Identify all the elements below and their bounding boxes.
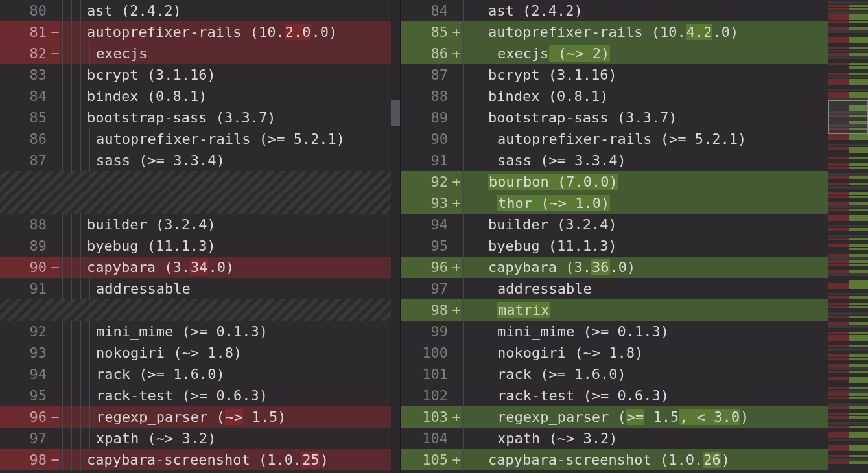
indent-guide	[69, 385, 78, 406]
code-text: byebug (11.1.3)	[488, 235, 828, 257]
diff-line[interactable]: 87sass (>= 3.3.4)	[0, 150, 400, 171]
indent-guide	[87, 321, 96, 342]
diff-line[interactable]: 84ast (2.4.2)	[401, 0, 828, 21]
diff-line[interactable]: 96−regexp_parser (~> 1.5)	[0, 406, 400, 428]
line-number: 99	[401, 321, 452, 342]
diff-line[interactable]: 101rack (>= 1.6.0)	[401, 363, 828, 385]
diff-line[interactable]: 88builder (3.2.4)	[0, 214, 400, 235]
diff-line[interactable]: 93nokogiri (~> 1.8)	[0, 342, 400, 363]
diff-line[interactable]: 92+bourbon (7.0.0)	[401, 171, 828, 192]
line-number: 98	[0, 449, 51, 470]
diff-line[interactable]: 100nokogiri (~> 1.8)	[401, 342, 828, 363]
indent-guide	[60, 235, 69, 257]
diff-line[interactable]: 87bcrypt (3.1.16)	[401, 64, 828, 86]
minimap-row	[828, 251, 868, 253]
indent-guide	[461, 43, 470, 64]
indent-guide	[69, 278, 78, 299]
indent-guide	[69, 86, 78, 107]
line-number: 96	[0, 406, 51, 428]
indent-guide	[479, 21, 488, 43]
plus-icon: +	[452, 449, 461, 470]
minimap-row	[828, 299, 868, 302]
line-number: 85	[0, 107, 51, 128]
minimap-row	[828, 429, 868, 432]
indent-guide	[479, 299, 488, 321]
diff-line[interactable]: 92mini_mime (>= 0.1.3)	[0, 321, 400, 342]
code-text: autoprefixer-rails (>= 5.2.1)	[497, 128, 828, 150]
diff-line[interactable]: 93+thor (~> 1.0)	[401, 192, 828, 214]
minimap-row	[828, 218, 868, 221]
diff-line[interactable]: 88bindex (0.8.1)	[401, 86, 828, 107]
scrollbar-left[interactable]	[391, 0, 400, 473]
indent-guide	[78, 107, 87, 128]
diff-line[interactable]: 89byebug (11.1.3)	[0, 235, 400, 257]
line-number: 102	[401, 385, 452, 406]
minimap[interactable]	[828, 0, 868, 473]
indent-guide	[470, 278, 479, 299]
indent-guide	[488, 406, 497, 428]
minimap-row	[828, 196, 868, 198]
diff-line[interactable]: 94builder (3.2.4)	[401, 214, 828, 235]
diff-line[interactable]: 102rack-test (>= 0.6.3)	[401, 385, 828, 406]
indent-guide	[488, 278, 497, 299]
diff-line[interactable]: 105+capybara-screenshot (1.0.26)	[401, 449, 828, 470]
diff-line[interactable]: 95rack-test (>= 0.6.3)	[0, 385, 400, 406]
indent-guide	[87, 43, 96, 64]
indent-guide	[69, 428, 78, 449]
diff-line[interactable]: 85bootstrap-sass (3.3.7)	[0, 107, 400, 128]
diff-line[interactable]: 83bcrypt (3.1.16)	[0, 64, 400, 86]
diff-line[interactable]: 96+capybara (3.36.0)	[401, 257, 828, 278]
minimap-row	[828, 264, 868, 266]
diff-line[interactable]: 89bootstrap-sass (3.3.7)	[401, 107, 828, 128]
indent-guide	[461, 64, 470, 86]
diff-line[interactable]: 86autoprefixer-rails (>= 5.2.1)	[0, 128, 400, 150]
scroll-thumb-left[interactable]	[391, 100, 400, 126]
line-number: 98	[401, 299, 452, 321]
indent-guide	[479, 64, 488, 86]
diff-line[interactable]: 86+execjs (~> 2)	[401, 43, 828, 64]
indent-guide	[87, 428, 96, 449]
diff-line[interactable]: 91sass (>= 3.3.4)	[401, 150, 828, 171]
minimap-viewport[interactable]	[828, 100, 868, 134]
minimap-row	[828, 95, 868, 98]
indent-guide	[488, 428, 497, 449]
indent-guide	[461, 257, 470, 278]
line-number: 87	[401, 64, 452, 86]
diff-line[interactable]: 95byebug (11.1.3)	[401, 235, 828, 257]
diff-line[interactable]	[0, 171, 400, 192]
diff-line[interactable]: 85+autoprefixer-rails (10.4.2.0)	[401, 21, 828, 43]
code-text: ast (2.4.2)	[87, 0, 400, 21]
diff-line[interactable]	[0, 192, 400, 214]
diff-line[interactable]: 98+matrix	[401, 299, 828, 321]
indent-guide	[470, 235, 479, 257]
diff-line[interactable]: 91addressable	[0, 278, 400, 299]
diff-pane-right[interactable]: 84ast (2.4.2)85+autoprefixer-rails (10.4…	[401, 0, 828, 473]
indent-guide	[87, 342, 96, 363]
code-text: bootstrap-sass (3.3.7)	[87, 107, 400, 128]
diff-line[interactable]: 99mini_mime (>= 0.1.3)	[401, 321, 828, 342]
diff-line[interactable]	[0, 299, 400, 321]
marker-empty	[452, 278, 461, 299]
indent-guide	[78, 449, 87, 470]
diff-line[interactable]: 104xpath (~> 3.2)	[401, 428, 828, 449]
marker-empty	[51, 214, 60, 235]
diff-line[interactable]: 90−capybara (3.34.0)	[0, 257, 400, 278]
diff-line[interactable]: 97addressable	[401, 278, 828, 299]
diff-line[interactable]: 81−autoprefixer-rails (10.2.0.0)	[0, 21, 400, 43]
diff-line[interactable]: 98−capybara-screenshot (1.0.25)	[0, 449, 400, 470]
indent-guide	[78, 342, 87, 363]
diff-line[interactable]: 90autoprefixer-rails (>= 5.2.1)	[401, 128, 828, 150]
diff-pane-left[interactable]: 80ast (2.4.2)81−autoprefixer-rails (10.2…	[0, 0, 401, 473]
line-number: 105	[401, 449, 452, 470]
indent-guide	[461, 278, 470, 299]
diff-line[interactable]: 97xpath (~> 3.2)	[0, 428, 400, 449]
diff-line[interactable]: 80ast (2.4.2)	[0, 0, 400, 21]
diff-line[interactable]: 103+regexp_parser (>= 1.5, < 3.0)	[401, 406, 828, 428]
diff-line[interactable]: 82−execjs	[0, 43, 400, 64]
minimap-row	[828, 419, 868, 422]
diff-line[interactable]: 94rack (>= 1.6.0)	[0, 363, 400, 385]
diff-line[interactable]: 84bindex (0.8.1)	[0, 86, 400, 107]
indent-guide	[461, 299, 470, 321]
indent-guide	[470, 257, 479, 278]
marker-empty	[452, 321, 461, 342]
